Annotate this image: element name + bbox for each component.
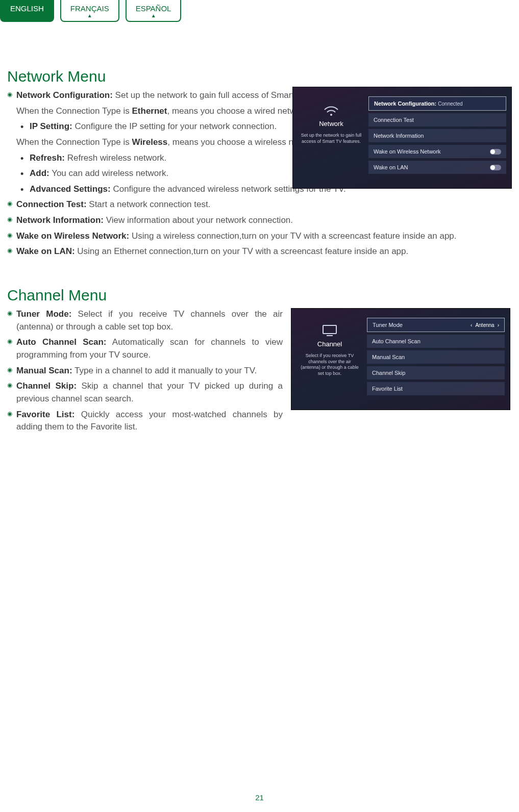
- chevron-up-icon: ▲: [70, 14, 109, 18]
- section-heading: Channel Menu: [7, 287, 512, 304]
- list-item: Wake on LAN: Using an Ethernet connectio…: [7, 245, 512, 258]
- tab-espanol[interactable]: ESPAÑOL ▲: [126, 0, 182, 22]
- list-item: Channel Skip: Skip a channel that your T…: [7, 380, 283, 405]
- list-item: Tuner Mode: Select if you receive TV cha…: [7, 308, 283, 333]
- tab-francais[interactable]: FRANÇAIS ▲: [60, 0, 119, 22]
- menu-row: Connection Test: [368, 113, 506, 126]
- list-item: Wake on Wireless Network: Using a wirele…: [7, 230, 512, 243]
- menu-row: Auto Channel Scan: [367, 335, 505, 348]
- network-section: Network Menu Network Configuration: Set …: [7, 68, 512, 261]
- menu-row: Manual Scan: [367, 350, 505, 364]
- menu-row: Tuner Mode ‹Antenna›: [367, 318, 505, 332]
- wifi-icon: [298, 103, 364, 118]
- tab-english[interactable]: ENGLISH ▲: [0, 0, 54, 22]
- tab-label: FRANÇAIS: [70, 4, 109, 13]
- language-tabs: ENGLISH ▲ FRANÇAIS ▲ ESPAÑOL ▲: [0, 0, 519, 22]
- chevron-right-icon: ›: [498, 322, 499, 328]
- item-label: Network Configuration:: [16, 90, 113, 100]
- list-item: Network Information: View information ab…: [7, 214, 512, 227]
- list-item: Connection Test: Start a network connect…: [7, 198, 512, 211]
- chevron-left-icon: ‹: [471, 322, 472, 328]
- value-selector: ‹Antenna›: [471, 322, 499, 328]
- toggle-icon: [490, 165, 501, 170]
- section-heading: Network Menu: [7, 68, 512, 85]
- svg-rect-1: [323, 325, 336, 334]
- menu-row: Wake on LAN: [368, 161, 506, 174]
- list-item: Favorite List: Quickly access your most-…: [7, 409, 283, 434]
- menu-row: Network Information: [368, 129, 506, 142]
- menu-row: Wake on Wireless Network: [368, 145, 506, 158]
- tab-label: ENGLISH: [10, 4, 44, 13]
- ss-side-title: Network: [298, 120, 364, 128]
- menu-row: Network Configuration: Connected: [368, 96, 506, 111]
- list-item: Manual Scan: Type in a channel to add it…: [7, 365, 283, 377]
- menu-row: Channel Skip: [367, 366, 505, 379]
- chevron-up-icon: ▲: [136, 14, 171, 18]
- svg-point-0: [330, 114, 332, 116]
- tv-icon: [296, 324, 363, 338]
- ss-side-desc: Set up the network to gain full access o…: [298, 133, 364, 144]
- list-item: Auto Channel Scan: Automatically scan fo…: [7, 336, 283, 361]
- ss-side-desc: Select if you receive TV channels over t…: [296, 353, 363, 377]
- menu-row: Favorite List: [367, 382, 505, 395]
- network-screenshot: Network Set up the network to gain full …: [292, 87, 512, 189]
- ss-side-title: Channel: [296, 340, 363, 348]
- page-number: 21: [0, 793, 519, 802]
- channel-screenshot: Channel Select if you receive TV channel…: [291, 308, 510, 410]
- channel-section: Channel Menu Tuner Mode: Select if you r…: [7, 287, 512, 437]
- toggle-icon: [490, 149, 501, 155]
- tab-label: ESPAÑOL: [136, 4, 171, 13]
